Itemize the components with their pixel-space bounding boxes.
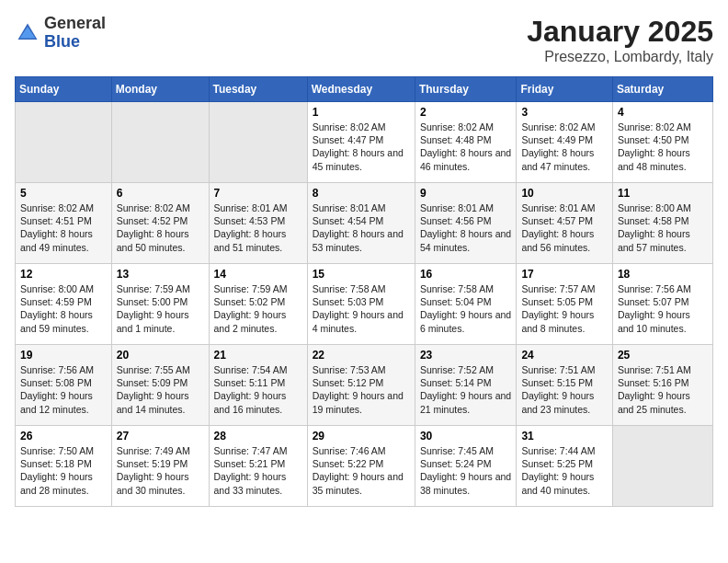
day-number: 4 [618,106,708,119]
header-day: Tuesday [209,77,307,102]
day-number: 25 [618,349,708,362]
calendar-title: January 2025 [527,15,713,49]
day-info: Sunrise: 7:55 AMSunset: 5:09 PMDaylight:… [117,363,204,416]
calendar-week-row: 5 Sunrise: 8:02 AMSunset: 4:51 PMDayligh… [16,183,713,264]
calendar-cell: 14 Sunrise: 7:59 AMSunset: 5:02 PMDaylig… [209,264,307,345]
day-info: Sunrise: 7:59 AMSunset: 5:02 PMDaylight:… [214,282,302,335]
calendar-cell: 5 Sunrise: 8:02 AMSunset: 4:51 PMDayligh… [16,183,112,264]
day-info: Sunrise: 7:52 AMSunset: 5:14 PMDaylight:… [420,363,512,416]
header-day: Wednesday [307,77,415,102]
calendar-cell [111,102,209,183]
logo-blue: Blue [44,33,106,52]
header-row: SundayMondayTuesdayWednesdayThursdayFrid… [16,77,713,102]
day-info: Sunrise: 8:00 AMSunset: 4:58 PMDaylight:… [618,201,708,254]
day-info: Sunrise: 8:01 AMSunset: 4:56 PMDaylight:… [420,201,512,254]
calendar-cell: 6 Sunrise: 8:02 AMSunset: 4:52 PMDayligh… [111,183,209,264]
day-info: Sunrise: 8:02 AMSunset: 4:47 PMDaylight:… [313,121,410,173]
day-number: 7 [214,187,302,200]
day-info: Sunrise: 7:47 AMSunset: 5:21 PMDaylight:… [214,444,302,497]
calendar-cell: 7 Sunrise: 8:01 AMSunset: 4:53 PMDayligh… [209,183,307,264]
day-info: Sunrise: 7:54 AMSunset: 5:11 PMDaylight:… [214,363,302,416]
calendar-cell: 11 Sunrise: 8:00 AMSunset: 4:58 PMDaylig… [612,183,712,264]
day-info: Sunrise: 8:01 AMSunset: 4:54 PMDaylight:… [313,201,410,254]
day-number: 28 [214,430,302,442]
calendar-week-row: 1 Sunrise: 8:02 AMSunset: 4:47 PMDayligh… [16,102,713,183]
day-info: Sunrise: 7:45 AMSunset: 5:24 PMDaylight:… [420,444,512,497]
day-number: 12 [20,268,107,281]
day-info: Sunrise: 8:02 AMSunset: 4:50 PMDaylight:… [618,121,708,173]
calendar-cell: 29 Sunrise: 7:46 AMSunset: 5:22 PMDaylig… [307,426,415,507]
day-number: 8 [313,187,410,200]
day-number: 29 [313,430,410,442]
day-info: Sunrise: 8:00 AMSunset: 4:59 PMDaylight:… [20,282,107,335]
day-info: Sunrise: 7:58 AMSunset: 5:04 PMDaylight:… [420,282,512,335]
header-day: Saturday [612,77,712,102]
day-info: Sunrise: 8:01 AMSunset: 4:53 PMDaylight:… [214,201,302,254]
calendar-cell: 3 Sunrise: 8:02 AMSunset: 4:49 PMDayligh… [517,102,612,183]
calendar-cell: 26 Sunrise: 7:50 AMSunset: 5:18 PMDaylig… [16,426,112,507]
calendar-cell: 22 Sunrise: 7:53 AMSunset: 5:12 PMDaylig… [307,345,415,426]
day-info: Sunrise: 7:50 AMSunset: 5:18 PMDaylight:… [20,444,107,497]
day-info: Sunrise: 7:49 AMSunset: 5:19 PMDaylight:… [117,444,204,497]
day-number: 22 [313,349,410,362]
day-info: Sunrise: 7:58 AMSunset: 5:03 PMDaylight:… [313,282,410,335]
day-info: Sunrise: 8:02 AMSunset: 4:52 PMDaylight:… [117,201,204,254]
day-number: 6 [117,187,204,200]
calendar-cell [612,426,712,507]
calendar-cell: 31 Sunrise: 7:44 AMSunset: 5:25 PMDaylig… [517,426,612,507]
header-day: Friday [517,77,612,102]
header-day: Sunday [16,77,112,102]
header-day: Thursday [415,77,517,102]
day-number: 3 [521,106,607,119]
day-number: 14 [214,268,302,281]
header-day: Monday [111,77,209,102]
day-number: 9 [420,187,512,200]
calendar-cell: 30 Sunrise: 7:45 AMSunset: 5:24 PMDaylig… [415,426,517,507]
calendar-week-row: 26 Sunrise: 7:50 AMSunset: 5:18 PMDaylig… [16,426,713,507]
day-info: Sunrise: 7:51 AMSunset: 5:15 PMDaylight:… [521,363,607,416]
day-info: Sunrise: 7:44 AMSunset: 5:25 PMDaylight:… [521,444,607,497]
day-number: 2 [420,106,512,119]
calendar-cell: 1 Sunrise: 8:02 AMSunset: 4:47 PMDayligh… [307,102,415,183]
logo-text: General Blue [44,15,106,52]
day-number: 16 [420,268,512,281]
day-number: 24 [521,349,607,362]
day-info: Sunrise: 8:02 AMSunset: 4:51 PMDaylight:… [20,201,107,254]
logo-general: General [44,15,106,33]
day-number: 30 [420,430,512,442]
day-number: 20 [117,349,204,362]
day-number: 23 [420,349,512,362]
calendar-cell: 27 Sunrise: 7:49 AMSunset: 5:19 PMDaylig… [111,426,209,507]
calendar-cell [16,102,112,183]
day-info: Sunrise: 7:53 AMSunset: 5:12 PMDaylight:… [313,363,410,416]
calendar-cell: 19 Sunrise: 7:56 AMSunset: 5:08 PMDaylig… [16,345,112,426]
calendar-cell: 28 Sunrise: 7:47 AMSunset: 5:21 PMDaylig… [209,426,307,507]
title-block: January 2025 Presezzo, Lombardy, Italy [527,15,713,65]
calendar-cell: 24 Sunrise: 7:51 AMSunset: 5:15 PMDaylig… [517,345,612,426]
calendar-subtitle: Presezzo, Lombardy, Italy [527,49,713,65]
calendar-cell: 12 Sunrise: 8:00 AMSunset: 4:59 PMDaylig… [16,264,112,345]
day-info: Sunrise: 7:56 AMSunset: 5:07 PMDaylight:… [618,282,708,335]
calendar-cell: 10 Sunrise: 8:01 AMSunset: 4:57 PMDaylig… [517,183,612,264]
calendar-week-row: 12 Sunrise: 8:00 AMSunset: 4:59 PMDaylig… [16,264,713,345]
day-info: Sunrise: 7:46 AMSunset: 5:22 PMDaylight:… [313,444,410,497]
calendar-cell: 15 Sunrise: 7:58 AMSunset: 5:03 PMDaylig… [307,264,415,345]
calendar-cell: 2 Sunrise: 8:02 AMSunset: 4:48 PMDayligh… [415,102,517,183]
day-number: 26 [20,430,107,442]
day-number: 10 [521,187,607,200]
calendar-cell [209,102,307,183]
day-number: 19 [20,349,107,362]
day-number: 1 [313,106,410,119]
day-number: 18 [618,268,708,281]
calendar-cell: 21 Sunrise: 7:54 AMSunset: 5:11 PMDaylig… [209,345,307,426]
calendar-week-row: 19 Sunrise: 7:56 AMSunset: 5:08 PMDaylig… [16,345,713,426]
day-number: 17 [521,268,607,281]
calendar-cell: 8 Sunrise: 8:01 AMSunset: 4:54 PMDayligh… [307,183,415,264]
calendar-table: SundayMondayTuesdayWednesdayThursdayFrid… [15,76,713,507]
logo-icon [15,20,40,46]
page-header: General Blue January 2025 Presezzo, Lomb… [15,15,713,65]
day-info: Sunrise: 7:59 AMSunset: 5:00 PMDaylight:… [117,282,204,335]
calendar-cell: 17 Sunrise: 7:57 AMSunset: 5:05 PMDaylig… [517,264,612,345]
day-number: 13 [117,268,204,281]
day-info: Sunrise: 7:56 AMSunset: 5:08 PMDaylight:… [20,363,107,416]
